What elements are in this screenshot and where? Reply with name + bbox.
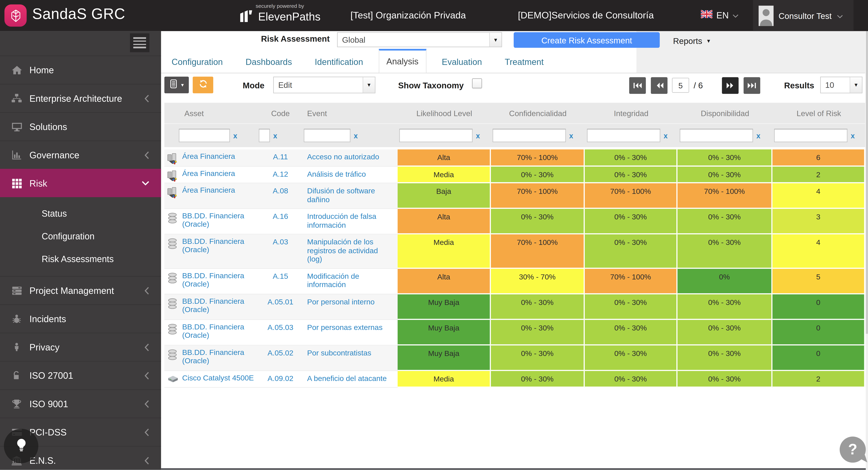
cell-integridad[interactable]: 0% - 30% [585, 294, 677, 319]
bottom-scrollbar[interactable] [161, 468, 866, 470]
results-per-page-select[interactable]: 10 [820, 77, 863, 93]
cell-code[interactable]: A.12 [258, 166, 303, 183]
filter-clear-link[interactable]: x [756, 131, 761, 140]
pagination-first-button[interactable] [629, 77, 646, 94]
filter-clear-link[interactable]: x [476, 131, 480, 140]
cell-confidencialidad[interactable]: 0% - 30% [491, 345, 585, 371]
cell-confidencialidad[interactable]: 70% - 100% [491, 150, 585, 166]
user-menu[interactable]: Consultor Test [753, 0, 854, 31]
sidebar-item-incidents[interactable]: Incidents [0, 305, 161, 333]
cell-level-of-risk[interactable]: 5 [773, 269, 865, 294]
asset-link[interactable]: BB.DD. Financiera (Oracle) [182, 271, 257, 293]
filter-input-integridad[interactable] [587, 129, 660, 142]
sidebar-item-privacy[interactable]: Privacy [0, 333, 161, 361]
cell-integridad[interactable]: 0% - 30% [585, 166, 677, 183]
cell-code[interactable]: A.09.02 [258, 371, 303, 388]
filter-input-event[interactable] [304, 129, 350, 142]
cell-likelihood[interactable]: Alta [398, 209, 491, 234]
asset-link[interactable]: Cisco Catalyst 4500E [182, 374, 257, 387]
filter-clear-link[interactable]: x [569, 131, 573, 140]
filter-input-confidencialidad[interactable] [493, 129, 566, 142]
sidebar-toggle-button[interactable] [130, 33, 150, 52]
cell-integridad[interactable]: 0% - 30% [585, 320, 677, 345]
asset-link[interactable]: Área Financiera [182, 186, 257, 208]
sidebar-item-governance[interactable]: Governance [0, 140, 161, 169]
cell-level-of-risk[interactable]: 0 [773, 294, 865, 319]
cell-code[interactable]: A.08 [258, 183, 303, 209]
cell-disponibilidad[interactable]: 0% - 30% [678, 166, 773, 183]
tab-identification[interactable]: Identification [307, 50, 370, 73]
sidebar-item-project-management[interactable]: Project Management [0, 276, 161, 304]
sidebar-item-iso-27001[interactable]: ISO 27001 [0, 361, 161, 389]
cell-confidencialidad[interactable]: 0% - 30% [491, 320, 585, 345]
column-header-confidencialidad[interactable]: Confidencialidad [491, 108, 585, 118]
cell-code[interactable]: A.16 [258, 209, 303, 234]
cell-disponibilidad[interactable]: 0% - 30% [678, 234, 773, 269]
cell-code[interactable]: A.05.01 [258, 294, 303, 319]
cell-disponibilidad[interactable]: 0% - 30% [678, 209, 773, 234]
sidebar-subitem-status[interactable]: Status [0, 202, 161, 225]
tab-analysis[interactable]: Analysis [379, 49, 426, 73]
cell-event[interactable]: Análisis de tráfico [303, 166, 398, 183]
cell-confidencialidad[interactable]: 0% - 30% [491, 371, 585, 388]
sidebar-subitem-risk-assessments[interactable]: Risk Assessments [0, 248, 161, 271]
show-taxonomy-checkbox[interactable] [472, 78, 482, 88]
cell-level-of-risk[interactable]: 4 [773, 234, 865, 269]
asset-link[interactable]: BB.DD. Financiera (Oracle) [182, 297, 257, 319]
asset-link[interactable]: BB.DD. Financiera (Oracle) [182, 212, 257, 234]
mode-select[interactable]: Edit [273, 77, 375, 93]
sidebar-item-home[interactable]: Home [0, 56, 161, 84]
column-header-level-of-risk[interactable]: Level of Risk [773, 108, 865, 118]
tab-dashboards[interactable]: Dashboards [238, 50, 299, 73]
sidebar-item-enterprise-architecture[interactable]: Enterprise Architecture [0, 84, 161, 112]
pagination-last-button[interactable] [744, 77, 760, 94]
page-number-input[interactable] [672, 78, 689, 93]
filter-input-code[interactable] [259, 129, 270, 142]
pagination-next-button[interactable] [722, 77, 739, 94]
help-button[interactable]: ? [840, 437, 866, 463]
cell-confidencialidad[interactable]: 70% - 100% [491, 234, 585, 269]
filter-input-level-of-risk[interactable] [774, 129, 847, 142]
tab-treatment[interactable]: Treatment [498, 50, 551, 73]
cell-event[interactable]: A beneficio del atacante [303, 371, 398, 388]
cell-code[interactable]: A.11 [258, 150, 303, 166]
cell-confidencialidad[interactable]: 0% - 30% [491, 166, 585, 183]
risk-assessment-select[interactable]: Global [337, 32, 502, 47]
column-header-integridad[interactable]: Integridad [585, 108, 677, 118]
sidebar-item-solutions[interactable]: Solutions [0, 112, 161, 140]
cell-likelihood[interactable]: Muy Baja [398, 294, 491, 319]
cell-event[interactable]: Por personas externas [303, 320, 398, 345]
reports-dropdown[interactable]: Reports [673, 36, 711, 45]
column-header-likelihood[interactable]: Likelihood Level [398, 108, 491, 118]
column-header-disponibilidad[interactable]: Disponibilidad [678, 108, 773, 118]
vertical-scrollbar[interactable] [865, 31, 868, 470]
cell-disponibilidad[interactable]: 0% - 30% [678, 345, 773, 371]
cell-integridad[interactable]: 0% - 30% [585, 345, 677, 371]
cell-event[interactable]: Acceso no autorizado [303, 150, 398, 166]
cell-confidencialidad[interactable]: 70% - 100% [491, 183, 585, 209]
cell-integridad[interactable]: 70% - 100% [585, 183, 677, 209]
cell-level-of-risk[interactable]: 2 [773, 371, 865, 388]
asset-link[interactable]: BB.DD. Financiera (Oracle) [182, 322, 257, 345]
cell-likelihood[interactable]: Alta [398, 150, 491, 166]
cell-integridad[interactable]: 0% - 30% [585, 209, 677, 234]
cell-integridad[interactable]: 70% - 100% [585, 269, 677, 294]
cell-confidencialidad[interactable]: 30% - 70% [491, 269, 585, 294]
filter-input-disponibilidad[interactable] [680, 129, 753, 142]
cell-level-of-risk[interactable]: 6 [773, 150, 865, 166]
cell-likelihood[interactable]: Media [398, 166, 491, 183]
column-header-event[interactable]: Event [303, 108, 398, 118]
cell-likelihood[interactable]: Alta [398, 269, 491, 294]
sidebar-subitem-configuration[interactable]: Configuration [0, 225, 161, 248]
filter-clear-link[interactable]: x [851, 131, 855, 140]
cell-disponibilidad[interactable]: 0% [678, 269, 773, 294]
cell-code[interactable]: A.03 [258, 234, 303, 269]
cell-level-of-risk[interactable]: 0 [773, 320, 865, 345]
cell-integridad[interactable]: 0% - 30% [585, 371, 677, 388]
cell-integridad[interactable]: 0% - 30% [585, 234, 677, 269]
cell-integridad[interactable]: 0% - 30% [585, 150, 677, 166]
filter-clear-link[interactable]: x [273, 131, 277, 140]
filter-input-asset[interactable] [179, 129, 230, 142]
cell-level-of-risk[interactable]: 2 [773, 166, 865, 183]
language-selector[interactable]: EN [701, 10, 739, 21]
